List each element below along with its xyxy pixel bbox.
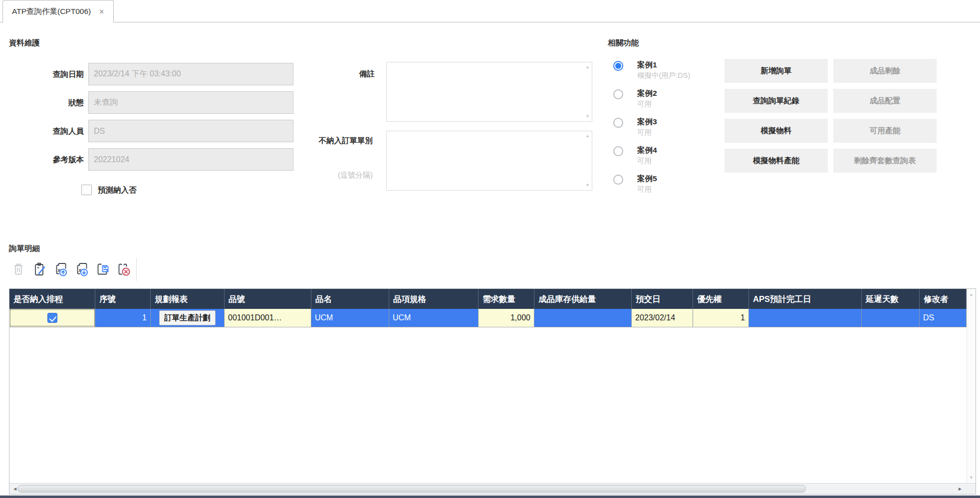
case-label: 案例5 — [637, 171, 726, 184]
excel-import-icon[interactable]: x — [52, 260, 69, 278]
function-buttons: 新增詢單成品剩餘查詢詢單紀錄成品配置模擬物料可用產能模擬物料產能剩餘齊套數查詢表 — [725, 59, 937, 173]
report-button[interactable]: 訂單生產計劃 — [159, 310, 216, 325]
cell-seq[interactable]: 1 — [95, 309, 151, 327]
column-header-4[interactable]: 品號 — [225, 289, 311, 309]
column-header-11[interactable]: APS預計完工日 — [749, 289, 862, 309]
cell-stock-supply[interactable] — [534, 309, 632, 327]
cell-modifier[interactable]: DS — [920, 309, 967, 327]
query-date-label: 查詢日期 — [24, 63, 84, 85]
section-title-detail: 詢單明細 — [9, 244, 40, 254]
tab-title: ATP查詢作業(CPT006) — [12, 6, 91, 17]
column-header-5[interactable]: 品名 — [311, 289, 389, 309]
radio-icon[interactable] — [613, 89, 623, 99]
case-status: 可用 — [637, 127, 726, 138]
cell-report-button[interactable]: 訂單生產計劃 — [151, 309, 225, 327]
exclude-order-types-label: 不納入訂單單別 — [298, 136, 373, 146]
cell-item-name[interactable]: UCM — [311, 309, 389, 327]
column-header-3[interactable]: 規劃報表 — [151, 289, 225, 309]
case-label: 案例3 — [637, 114, 726, 127]
edit-icon[interactable] — [31, 260, 48, 278]
row-include-checkbox[interactable] — [47, 313, 57, 323]
function-button-5[interactable]: 模擬物料 — [725, 119, 828, 143]
column-header-13[interactable]: 修改者 — [920, 289, 967, 309]
case-list: 案例1模擬中(用戶:DS)案例2可用案例3可用案例4可用案例5可用 — [613, 57, 726, 199]
cell-delay-days[interactable] — [862, 309, 920, 327]
status-label: 狀態 — [24, 91, 84, 114]
scroll-up-icon[interactable]: ▲ — [967, 292, 976, 297]
function-button-7[interactable]: 模擬物料產能 — [725, 149, 828, 173]
case-option-5[interactable]: 案例5可用 — [613, 171, 726, 199]
grid-header-row: 是否納入排程序號規劃報表品號品名品項規格需求數量成品庫存供給量預交日優先權APS… — [9, 289, 967, 309]
cell-priority[interactable]: 1 — [693, 309, 749, 327]
column-header-12[interactable]: 延遲天數 — [862, 289, 920, 309]
query-user-field — [88, 120, 293, 142]
ref-version-label: 參考版本 — [24, 148, 84, 171]
case-option-1[interactable]: 案例1模擬中(用戶:DS) — [613, 57, 726, 85]
case-option-2[interactable]: 案例2可用 — [613, 85, 726, 114]
case-status: 模擬中(用戶:DS) — [637, 70, 726, 81]
forecast-checkbox[interactable] — [81, 185, 92, 195]
cell-due-date[interactable]: 2023/02/14 — [632, 309, 693, 327]
function-button-8: 剩餘齊套數查詢表 — [833, 149, 937, 173]
vertical-scrollbar[interactable]: ▲ ▼ — [967, 289, 976, 483]
remark-box: ▲ ▼ — [386, 62, 592, 122]
radio-icon[interactable] — [613, 118, 623, 128]
case-status: 可用 — [637, 184, 726, 195]
exclude-order-types-box: ▲ ▼ — [386, 131, 592, 191]
function-button-2: 成品剩餘 — [833, 59, 937, 83]
column-header-6[interactable]: 品項規格 — [389, 289, 479, 309]
case-label: 案例1 — [637, 57, 726, 70]
scrollbar-thumb[interactable] — [17, 485, 806, 493]
function-button-6: 可用產能 — [833, 119, 937, 143]
case-option-4[interactable]: 案例4可用 — [613, 142, 726, 171]
radio-icon[interactable] — [613, 61, 623, 71]
cell-included[interactable] — [9, 309, 95, 327]
case-option-3[interactable]: 案例3可用 — [613, 114, 726, 142]
column-header-10[interactable]: 優先權 — [693, 289, 749, 309]
scroll-left-icon[interactable]: ◄ — [12, 486, 17, 492]
delete-icon — [10, 260, 27, 278]
cancel-icon[interactable] — [115, 260, 132, 278]
case-status: 可用 — [637, 156, 726, 166]
grid-data-row[interactable]: 1訂單生產計劃001001D001…UCMUCM1,0002023/02/141… — [9, 309, 967, 327]
ref-version-field — [88, 148, 293, 171]
status-field — [88, 91, 293, 114]
save-icon[interactable] — [94, 260, 111, 278]
cell-item-spec[interactable]: UCM — [389, 309, 479, 327]
function-button-3[interactable]: 查詢詢單紀錄 — [725, 89, 828, 113]
column-header-1[interactable]: 是否納入排程 — [9, 289, 95, 309]
excel-export-icon[interactable]: x — [73, 260, 90, 278]
remark-textarea[interactable] — [387, 62, 592, 121]
section-title-maintenance: 資料維護 — [9, 38, 40, 48]
case-label: 案例4 — [637, 142, 726, 156]
exclude-order-types-textarea[interactable] — [387, 131, 592, 190]
column-header-9[interactable]: 預交日 — [632, 289, 693, 309]
tab-bar: ATP查詢作業(CPT006) ✕ — [0, 0, 980, 22]
detail-toolbar: x x — [10, 260, 132, 278]
column-header-8[interactable]: 成品庫存供給量 — [534, 289, 632, 309]
grid-main: 是否納入排程序號規劃報表品號品名品項規格需求數量成品庫存供給量預交日優先權APS… — [9, 289, 967, 483]
radio-icon[interactable] — [613, 175, 623, 185]
close-icon[interactable]: ✕ — [99, 8, 104, 15]
scroll-right-icon[interactable]: ► — [958, 486, 963, 492]
scroll-down-icon[interactable]: ▼ — [967, 475, 976, 480]
radio-icon[interactable] — [613, 146, 623, 156]
atp-query-page: ATP查詢作業(CPT006) ✕ 資料維護 相關功能 詢單明細 查詢日期 狀態… — [0, 0, 980, 498]
case-label: 案例2 — [637, 85, 726, 99]
remark-label: 備註 — [315, 69, 375, 79]
section-title-related: 相關功能 — [608, 38, 639, 48]
cell-item-no[interactable]: 001001D001… — [225, 309, 311, 327]
window-bottom-edge — [0, 496, 980, 498]
horizontal-scrollbar[interactable]: ◄ ► — [9, 483, 976, 494]
column-header-2[interactable]: 序號 — [95, 289, 151, 309]
cell-aps-finish[interactable] — [749, 309, 862, 327]
column-header-7[interactable]: 需求數量 — [479, 289, 534, 309]
inquiry-detail-grid: 是否納入排程序號規劃報表品號品名品項規格需求數量成品庫存供給量預交日優先權APS… — [9, 288, 976, 495]
query-date-field — [88, 63, 293, 85]
tab-atp-query[interactable]: ATP查詢作業(CPT006) ✕ — [2, 0, 114, 22]
query-user-label: 查詢人員 — [24, 120, 84, 142]
function-button-1[interactable]: 新增詢單 — [725, 59, 828, 83]
exclude-order-types-hint: (逗號分隔) — [298, 171, 373, 180]
cell-demand-qty[interactable]: 1,000 — [479, 309, 534, 327]
function-button-4: 成品配置 — [833, 89, 937, 113]
